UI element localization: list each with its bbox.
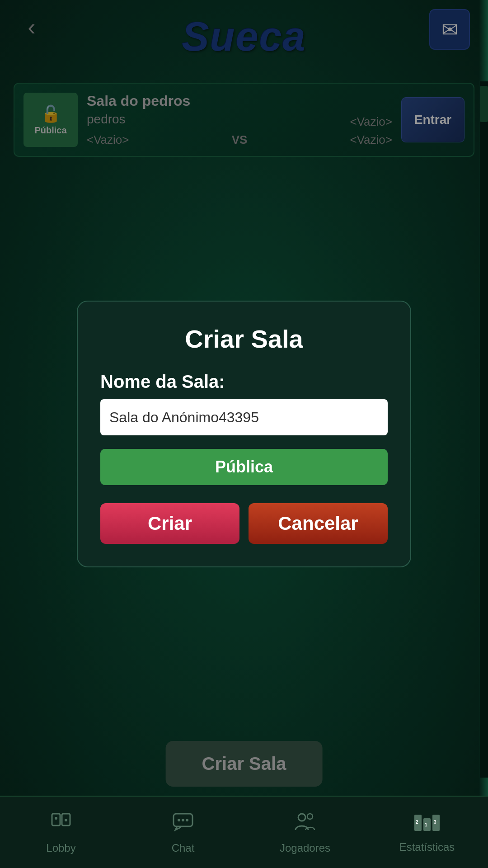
svg-point-3 [65,819,67,821]
nav-stats[interactable]: 2 1 3 Estatísticas [382,811,472,854]
svg-point-2 [55,817,57,820]
modal-overlay: Criar Sala Nome da Sala: Pública Criar C… [0,0,488,868]
modal-title: Criar Sala [100,324,388,354]
criar-label: Criar [148,513,192,534]
lobby-icon [50,810,72,838]
nav-chat[interactable]: Chat [138,810,228,854]
svg-text:3: 3 [434,820,436,825]
nav-lobby[interactable]: Lobby [16,810,106,854]
svg-point-7 [186,819,188,821]
bottom-nav: Lobby Chat Jogadores [0,796,488,868]
room-name-input[interactable] [100,399,388,435]
chat-icon [172,810,194,838]
svg-point-8 [298,814,305,821]
svg-text:1: 1 [425,822,427,827]
players-label: Jogadores [280,842,330,854]
lobby-label: Lobby [46,842,75,854]
nav-players[interactable]: Jogadores [260,810,350,854]
svg-point-6 [182,819,184,821]
svg-point-9 [307,814,313,819]
modal-actions: Criar Cancelar [100,503,388,544]
cancelar-label: Cancelar [278,513,358,534]
players-icon [294,810,316,838]
create-room-modal: Criar Sala Nome da Sala: Pública Criar C… [77,301,411,567]
stats-icon: 2 1 3 [413,811,441,837]
modal-field-label: Nome da Sala: [100,372,388,392]
public-button-label: Pública [215,458,273,476]
cancelar-button[interactable]: Cancelar [249,503,388,544]
svg-point-5 [178,819,180,821]
chat-label: Chat [172,842,195,854]
stats-label: Estatísticas [399,841,455,854]
criar-button[interactable]: Criar [100,503,239,544]
svg-text:2: 2 [416,820,418,825]
public-toggle-button[interactable]: Pública [100,449,388,485]
